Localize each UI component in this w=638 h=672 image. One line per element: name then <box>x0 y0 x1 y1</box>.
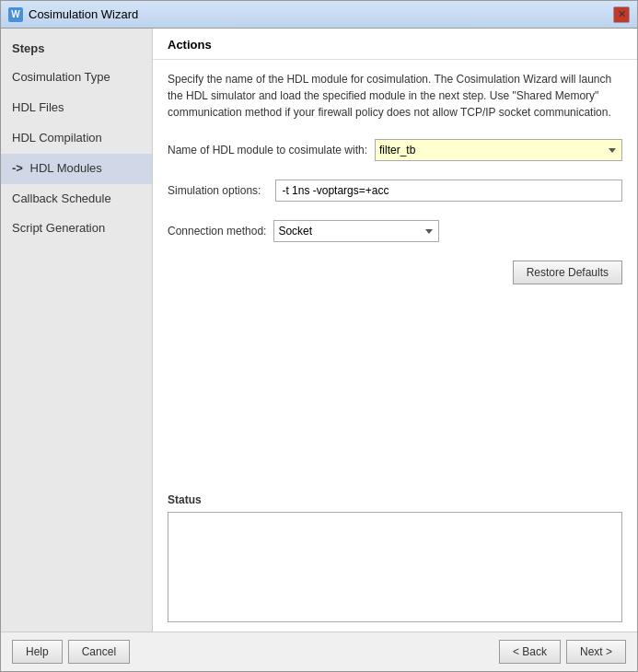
sidebar: Steps Cosimulation Type HDL Files HDL Co… <box>1 29 153 631</box>
status-section: Status <box>153 493 637 622</box>
footer-right: < Back Next > <box>499 640 626 664</box>
sidebar-item-cosimulation-type[interactable]: Cosimulation Type <box>1 63 152 93</box>
window-title: Cosimulation Wizard <box>29 7 138 21</box>
sidebar-item-hdl-compilation[interactable]: HDL Compilation <box>1 123 152 154</box>
restore-defaults-button[interactable]: Restore Defaults <box>513 261 622 284</box>
simulation-options-label: Simulation options: <box>168 184 261 197</box>
current-arrow: -> <box>12 161 23 177</box>
back-button[interactable]: < Back <box>499 640 561 664</box>
content-body: Specify the name of the HDL module for c… <box>153 60 637 493</box>
hdl-module-select[interactable]: filter_tb <box>375 139 622 161</box>
connection-method-select[interactable]: Socket <box>273 220 439 242</box>
next-button[interactable]: Next > <box>566 640 626 664</box>
sidebar-item-hdl-modules[interactable]: -> HDL Modules <box>1 154 152 184</box>
footer-left: Help Cancel <box>12 640 130 664</box>
cosimulation-wizard-window: W Cosimulation Wizard ✕ Steps Cosimulati… <box>0 0 638 672</box>
status-box <box>168 512 622 622</box>
help-button[interactable]: Help <box>12 640 63 664</box>
connection-method-row: Connection method: Socket <box>168 220 622 242</box>
connection-method-label: Connection method: <box>168 225 266 238</box>
sidebar-item-script-generation[interactable]: Script Generation <box>1 214 152 244</box>
sidebar-item-callback-schedule[interactable]: Callback Schedule <box>1 184 152 214</box>
hdl-module-row: Name of HDL module to cosimulate with: f… <box>168 139 622 161</box>
title-bar-left: W Cosimulation Wizard <box>8 7 138 22</box>
app-icon: W <box>8 7 23 22</box>
description-text: Specify the name of the HDL module for c… <box>168 71 622 121</box>
sidebar-header: Steps <box>1 38 152 63</box>
close-button[interactable]: ✕ <box>613 6 630 23</box>
main-content: Steps Cosimulation Type HDL Files HDL Co… <box>1 29 637 631</box>
actions-header: Actions <box>153 29 637 60</box>
restore-defaults-container: Restore Defaults <box>168 261 622 284</box>
footer: Help Cancel < Back Next > <box>1 631 637 671</box>
status-label: Status <box>168 493 622 506</box>
title-bar: W Cosimulation Wizard ✕ <box>1 1 637 29</box>
content-area: Actions Specify the name of the HDL modu… <box>153 29 637 631</box>
cancel-button[interactable]: Cancel <box>68 640 130 664</box>
sidebar-item-hdl-files[interactable]: HDL Files <box>1 93 152 123</box>
hdl-module-label: Name of HDL module to cosimulate with: <box>168 144 367 156</box>
simulation-options-input[interactable] <box>275 180 622 202</box>
simulation-options-row: Simulation options: <box>168 180 622 202</box>
